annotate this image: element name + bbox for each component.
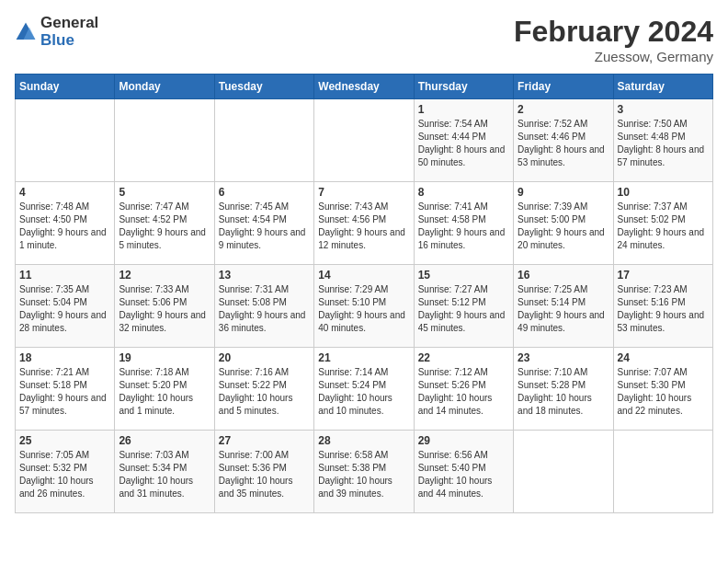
calendar-week-row: 18Sunrise: 7:21 AM Sunset: 5:18 PM Dayli… [16,348,713,431]
day-info: Sunrise: 7:33 AM Sunset: 5:06 PM Dayligh… [119,283,210,335]
day-info: Sunrise: 7:27 AM Sunset: 5:12 PM Dayligh… [418,283,509,335]
day-number: 29 [418,434,509,447]
weekday-header: Wednesday [314,75,414,99]
day-number: 12 [119,269,210,282]
day-info: Sunrise: 7:03 AM Sunset: 5:34 PM Dayligh… [119,449,210,500]
day-info: Sunrise: 7:47 AM Sunset: 4:52 PM Dayligh… [119,201,210,252]
calendar-cell: 4Sunrise: 7:48 AM Sunset: 4:50 PM Daylig… [16,182,115,265]
day-info: Sunrise: 7:50 AM Sunset: 4:48 PM Dayligh… [618,118,709,169]
calendar-cell: 24Sunrise: 7:07 AM Sunset: 5:30 PM Dayli… [613,348,712,431]
day-info: Sunrise: 7:48 AM Sunset: 4:50 PM Dayligh… [19,201,110,252]
calendar-cell: 18Sunrise: 7:21 AM Sunset: 5:18 PM Dayli… [16,348,115,431]
day-number: 24 [618,351,709,364]
logo-icon [15,21,37,43]
calendar-cell: 11Sunrise: 7:35 AM Sunset: 5:04 PM Dayli… [16,265,115,348]
day-number: 9 [518,186,609,199]
day-info: Sunrise: 7:39 AM Sunset: 5:00 PM Dayligh… [518,201,609,252]
calendar-cell [115,99,214,182]
day-info: Sunrise: 7:37 AM Sunset: 5:02 PM Dayligh… [618,201,709,252]
calendar-cell [514,431,613,513]
day-info: Sunrise: 7:18 AM Sunset: 5:20 PM Dayligh… [119,366,210,418]
day-number: 2 [518,103,609,116]
day-number: 1 [418,103,509,116]
weekday-row: SundayMondayTuesdayWednesdayThursdayFrid… [16,75,713,99]
calendar-table: SundayMondayTuesdayWednesdayThursdayFrid… [15,74,713,513]
calendar-cell: 28Sunrise: 6:58 AM Sunset: 5:38 PM Dayli… [314,431,414,513]
calendar-cell: 20Sunrise: 7:16 AM Sunset: 5:22 PM Dayli… [214,348,313,431]
calendar-cell: 29Sunrise: 6:56 AM Sunset: 5:40 PM Dayli… [414,431,513,513]
weekday-header: Sunday [16,75,115,99]
calendar-cell: 7Sunrise: 7:43 AM Sunset: 4:56 PM Daylig… [314,182,414,265]
day-info: Sunrise: 6:58 AM Sunset: 5:38 PM Dayligh… [318,449,409,500]
calendar-cell: 15Sunrise: 7:27 AM Sunset: 5:12 PM Dayli… [414,265,513,348]
day-number: 10 [618,186,709,199]
day-info: Sunrise: 7:43 AM Sunset: 4:56 PM Dayligh… [318,201,409,252]
calendar-cell [214,99,313,182]
calendar-cell: 1Sunrise: 7:54 AM Sunset: 4:44 PM Daylig… [414,99,513,182]
day-number: 15 [418,269,509,282]
calendar-cell: 21Sunrise: 7:14 AM Sunset: 5:24 PM Dayli… [314,348,414,431]
weekday-header: Thursday [414,75,513,99]
day-info: Sunrise: 7:54 AM Sunset: 4:44 PM Dayligh… [418,118,509,169]
day-number: 8 [418,186,509,199]
calendar-subtitle: Zuessow, Germany [514,49,713,64]
calendar-header: SundayMondayTuesdayWednesdayThursdayFrid… [16,75,713,99]
calendar-cell: 17Sunrise: 7:23 AM Sunset: 5:16 PM Dayli… [613,265,712,348]
day-number: 18 [19,351,110,364]
calendar-cell: 14Sunrise: 7:29 AM Sunset: 5:10 PM Dayli… [314,265,414,348]
day-number: 13 [219,269,310,282]
day-number: 19 [119,351,210,364]
day-info: Sunrise: 7:52 AM Sunset: 4:46 PM Dayligh… [518,118,609,169]
day-info: Sunrise: 7:00 AM Sunset: 5:36 PM Dayligh… [219,449,310,500]
day-info: Sunrise: 7:23 AM Sunset: 5:16 PM Dayligh… [618,283,709,335]
calendar-week-row: 4Sunrise: 7:48 AM Sunset: 4:50 PM Daylig… [16,182,713,265]
calendar-cell: 16Sunrise: 7:25 AM Sunset: 5:14 PM Dayli… [514,265,613,348]
logo-blue: Blue [40,32,98,50]
logo-text: General Blue [40,15,98,49]
calendar-cell: 2Sunrise: 7:52 AM Sunset: 4:46 PM Daylig… [514,99,613,182]
calendar-cell: 8Sunrise: 7:41 AM Sunset: 4:58 PM Daylig… [414,182,513,265]
day-number: 22 [418,351,509,364]
day-info: Sunrise: 7:41 AM Sunset: 4:58 PM Dayligh… [418,201,509,252]
day-info: Sunrise: 7:31 AM Sunset: 5:08 PM Dayligh… [219,283,310,335]
calendar-cell: 3Sunrise: 7:50 AM Sunset: 4:48 PM Daylig… [613,99,712,182]
calendar-week-row: 11Sunrise: 7:35 AM Sunset: 5:04 PM Dayli… [16,265,713,348]
calendar-cell: 27Sunrise: 7:00 AM Sunset: 5:36 PM Dayli… [214,431,313,513]
day-number: 26 [119,434,210,447]
calendar-title: February 2024 [514,15,713,49]
day-info: Sunrise: 7:05 AM Sunset: 5:32 PM Dayligh… [19,449,110,500]
calendar-cell: 22Sunrise: 7:12 AM Sunset: 5:26 PM Dayli… [414,348,513,431]
day-number: 28 [318,434,409,447]
calendar-cell [613,431,712,513]
day-number: 21 [318,351,409,364]
weekday-header: Monday [115,75,214,99]
calendar-cell: 10Sunrise: 7:37 AM Sunset: 5:02 PM Dayli… [613,182,712,265]
day-info: Sunrise: 7:45 AM Sunset: 4:54 PM Dayligh… [219,201,310,252]
calendar-cell: 25Sunrise: 7:05 AM Sunset: 5:32 PM Dayli… [16,431,115,513]
day-info: Sunrise: 7:07 AM Sunset: 5:30 PM Dayligh… [618,366,709,418]
calendar-cell: 6Sunrise: 7:45 AM Sunset: 4:54 PM Daylig… [214,182,313,265]
day-number: 5 [119,186,210,199]
day-info: Sunrise: 6:56 AM Sunset: 5:40 PM Dayligh… [418,449,509,500]
weekday-header: Tuesday [214,75,313,99]
title-block: February 2024 Zuessow, Germany [514,15,713,64]
calendar-cell [314,99,414,182]
day-number: 25 [19,434,110,447]
day-info: Sunrise: 7:35 AM Sunset: 5:04 PM Dayligh… [19,283,110,335]
calendar-cell: 26Sunrise: 7:03 AM Sunset: 5:34 PM Dayli… [115,431,214,513]
logo: General Blue [15,15,98,49]
calendar-cell [16,99,115,182]
day-number: 6 [219,186,310,199]
calendar-cell: 9Sunrise: 7:39 AM Sunset: 5:00 PM Daylig… [514,182,613,265]
calendar-week-row: 1Sunrise: 7:54 AM Sunset: 4:44 PM Daylig… [16,99,713,182]
day-info: Sunrise: 7:16 AM Sunset: 5:22 PM Dayligh… [219,366,310,418]
day-number: 20 [219,351,310,364]
day-number: 14 [318,269,409,282]
calendar-body: 1Sunrise: 7:54 AM Sunset: 4:44 PM Daylig… [16,99,713,513]
day-number: 27 [219,434,310,447]
calendar-cell: 13Sunrise: 7:31 AM Sunset: 5:08 PM Dayli… [214,265,313,348]
calendar-cell: 23Sunrise: 7:10 AM Sunset: 5:28 PM Dayli… [514,348,613,431]
day-info: Sunrise: 7:21 AM Sunset: 5:18 PM Dayligh… [19,366,110,418]
day-number: 16 [518,269,609,282]
calendar-cell: 12Sunrise: 7:33 AM Sunset: 5:06 PM Dayli… [115,265,214,348]
